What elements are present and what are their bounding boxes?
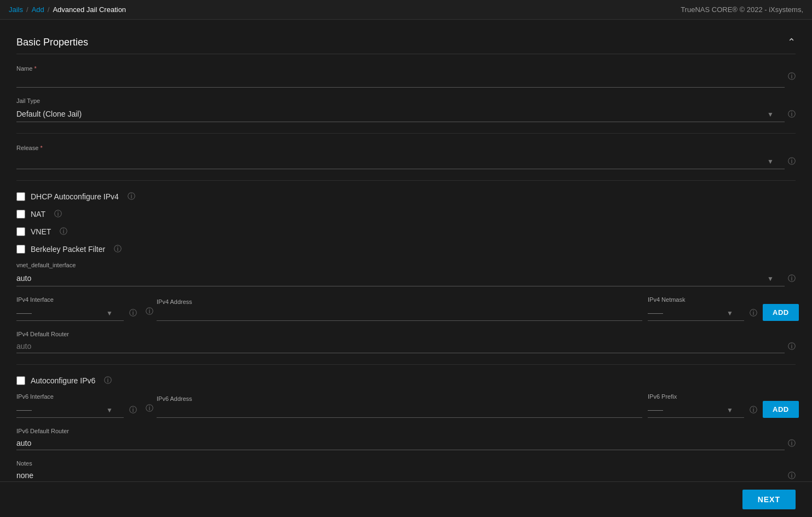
ipv4-netmask-group: IPv4 Netmask —— ▼ ⓘ <box>648 296 757 321</box>
ipv4-default-router-input[interactable] <box>16 340 785 353</box>
autoconfigure-ipv6-checkbox[interactable] <box>16 376 25 385</box>
ipv4-interface-help-icon[interactable]: ⓘ <box>129 308 137 318</box>
ipv6-add-button[interactable]: ADD <box>763 401 799 418</box>
ipv6-prefix-label: IPv6 Prefix <box>648 393 757 400</box>
dhcp-help-icon[interactable]: ⓘ <box>128 192 135 202</box>
bottom-bar: NEXT <box>0 481 812 517</box>
collapse-button[interactable]: ⌃ <box>787 36 796 48</box>
berkeley-help-icon[interactable]: ⓘ <box>114 244 122 254</box>
ipv4-row: IPv4 Interface —— ▼ ⓘ ⓘ IPv4 Address <box>16 296 796 321</box>
next-button[interactable]: NEXT <box>742 490 796 509</box>
berkeley-label: Berkeley Packet Filter <box>31 245 105 254</box>
release-help-icon[interactable]: ⓘ <box>788 157 796 166</box>
vnet-default-help-icon[interactable]: ⓘ <box>788 274 796 284</box>
ipv6-prefix-select[interactable]: —— <box>648 402 744 418</box>
jail-type-label: Jail Type <box>16 97 796 104</box>
notes-row: Notes ⓘ <box>16 460 796 482</box>
nat-help-icon[interactable]: ⓘ <box>54 209 62 219</box>
topbar: Jails / Add / Advanced Jail Creation Tru… <box>0 0 812 20</box>
ipv6-address-input[interactable] <box>157 404 642 418</box>
brand-text: TrueNAS CORE® © 2022 - iXsystems, <box>681 5 803 14</box>
ipv6-interface-select[interactable]: —— <box>16 402 124 418</box>
ipv6-address-label: IPv6 Address <box>157 395 642 402</box>
ipv6-default-router-input[interactable] <box>16 436 785 450</box>
ipv4-add-group: ADD <box>763 304 796 321</box>
ipv6-prefix-help-icon[interactable]: ⓘ <box>750 405 757 415</box>
dhcp-row: DHCP Autoconfigure IPv4 ⓘ <box>16 192 796 202</box>
section-title: Basic Properties <box>16 37 88 48</box>
ipv4-interface-group: IPv4 Interface —— ▼ ⓘ <box>16 296 137 321</box>
vnet-checkbox[interactable] <box>16 227 25 236</box>
ipv6-default-router-label: IPv6 Default Router <box>16 428 796 434</box>
breadcrumb-add[interactable]: Add <box>32 5 44 14</box>
vnet-default-select[interactable]: auto <box>16 271 785 286</box>
ipv4-default-router-help-icon[interactable]: ⓘ <box>788 342 796 352</box>
breadcrumb-page: Advanced Jail Creation <box>53 5 126 14</box>
ipv6-interface-label: IPv6 Interface <box>16 393 137 400</box>
nat-row: NAT ⓘ <box>16 209 796 219</box>
ipv4-interface-select[interactable]: —— <box>16 305 124 321</box>
ipv4-netmask-label: IPv4 Netmask <box>648 296 757 303</box>
name-group: Name * ⓘ <box>16 65 796 88</box>
vnet-default-row: vnet_default_interface auto ▼ ⓘ <box>16 262 796 286</box>
nat-label: NAT <box>31 210 45 219</box>
ipv6-add-group: ADD <box>763 401 796 418</box>
vnet-help-icon[interactable]: ⓘ <box>60 227 67 237</box>
ipv6-prefix-group: IPv6 Prefix —— ▼ ⓘ <box>648 393 757 418</box>
ipv6-default-router-row: IPv6 Default Router ⓘ <box>16 428 796 450</box>
berkeley-checkbox[interactable] <box>16 245 25 254</box>
ipv4-netmask-help-icon[interactable]: ⓘ <box>750 308 757 318</box>
name-label: Name <box>16 65 32 72</box>
ipv6-row: IPv6 Interface —— ▼ ⓘ ⓘ IPv6 Address <box>16 393 796 418</box>
name-input[interactable] <box>16 74 785 88</box>
release-select[interactable] <box>16 153 785 169</box>
ipv4-add-button[interactable]: ADD <box>763 304 799 321</box>
ipv6-interface-group: IPv6 Interface —— ▼ ⓘ <box>16 393 137 418</box>
ipv4-address-help-icon[interactable]: ⓘ <box>146 307 153 317</box>
notes-label: Notes <box>16 460 796 467</box>
ipv4-default-router-label: IPv4 Default Router <box>16 331 796 337</box>
dhcp-label: DHCP Autoconfigure IPv4 <box>31 192 119 201</box>
ipv4-default-router-row: IPv4 Default Router ⓘ <box>16 331 796 353</box>
name-help-icon[interactable]: ⓘ <box>788 72 796 82</box>
jail-type-select[interactable]: Default (Clone Jail) Basejail <box>16 106 785 122</box>
breadcrumb: Jails / Add / Advanced Jail Creation <box>9 5 126 14</box>
berkeley-row: Berkeley Packet Filter ⓘ <box>16 244 796 254</box>
name-row: Name * ⓘ <box>16 65 796 88</box>
ipv6-default-router-help-icon[interactable]: ⓘ <box>788 439 796 449</box>
release-row: Release * ▼ ⓘ <box>16 145 796 169</box>
dhcp-checkbox[interactable] <box>16 192 25 201</box>
vnet-label: VNET <box>31 227 51 236</box>
release-label: Release <box>16 145 38 151</box>
jail-type-help-icon[interactable]: ⓘ <box>788 110 796 119</box>
ipv6-interface-help-icon[interactable]: ⓘ <box>129 405 137 415</box>
vnet-default-label: vnet_default_interface <box>16 262 796 268</box>
ipv4-address-label: IPv4 Address <box>157 298 642 305</box>
ipv4-address-input[interactable] <box>157 307 642 321</box>
ipv6-address-group: ⓘ IPv6 Address <box>142 395 642 418</box>
section-header: Basic Properties ⌃ <box>16 36 796 54</box>
ipv4-interface-label: IPv4 Interface <box>16 296 137 303</box>
autoconfigure-ipv6-row: Autoconfigure IPv6 ⓘ <box>16 376 796 386</box>
notes-input[interactable] <box>16 469 785 482</box>
jail-type-row: Jail Type Default (Clone Jail) Basejail … <box>16 97 796 122</box>
autoconfigure-ipv6-help-icon[interactable]: ⓘ <box>104 376 112 386</box>
ipv4-netmask-select[interactable]: —— <box>648 305 744 321</box>
ipv6-address-help-icon[interactable]: ⓘ <box>146 404 153 413</box>
breadcrumb-sep2: / <box>48 5 50 14</box>
nat-checkbox[interactable] <box>16 210 25 219</box>
notes-help-icon[interactable]: ⓘ <box>788 471 796 481</box>
main-content: Basic Properties ⌃ Name * ⓘ Jail Type <box>0 20 812 517</box>
breadcrumb-jails[interactable]: Jails <box>9 5 23 14</box>
ipv4-address-group: ⓘ IPv4 Address <box>142 298 642 321</box>
breadcrumb-sep1: / <box>26 5 28 14</box>
vnet-row: VNET ⓘ <box>16 227 796 237</box>
autoconfigure-ipv6-label: Autoconfigure IPv6 <box>31 376 95 385</box>
